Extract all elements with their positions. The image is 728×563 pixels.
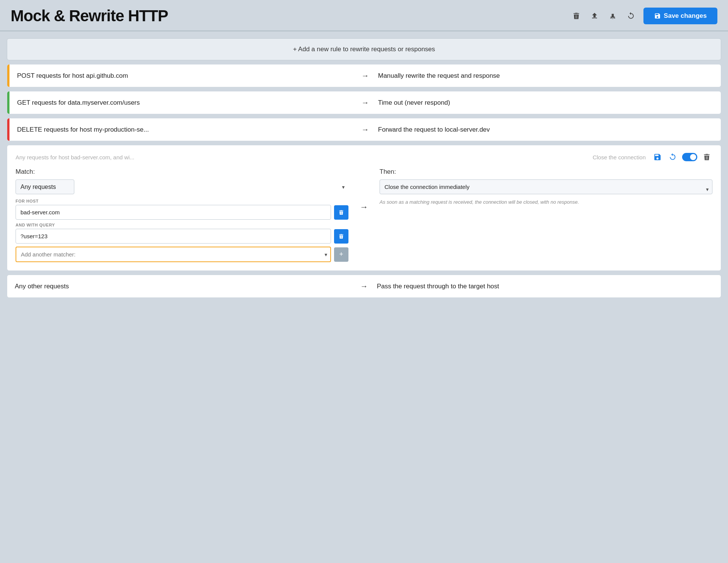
rule-match-text-1: POST requests for host api.github.com	[17, 72, 352, 80]
and-query-label: AND WITH QUERY	[16, 223, 348, 227]
then-action-select[interactable]: Close the connection immediately Time ou…	[380, 179, 712, 194]
reset-button[interactable]	[625, 10, 637, 22]
save-icon	[654, 13, 661, 19]
rule-card-body: Match: Any requests GET requests POST re…	[16, 168, 712, 262]
reset-rule-icon	[668, 153, 677, 161]
rule-card-header-actions	[652, 152, 712, 162]
download-icon	[609, 12, 617, 20]
rule-card-summary: Any requests for host bad-server.com, an…	[16, 154, 134, 160]
rule-match-text-3: DELETE requests for host my-production-s…	[17, 126, 352, 134]
add-rule-button[interactable]: + Add a new rule to rewrite requests or …	[7, 38, 721, 60]
last-rule-match-text: Any other requests	[15, 283, 351, 290]
rule-row-content-1: POST requests for host api.github.com → …	[9, 64, 721, 87]
rule-reset-button[interactable]	[667, 152, 678, 162]
then-label: Then:	[380, 168, 712, 176]
last-rule-action-text: Pass the request through to the target h…	[377, 283, 713, 290]
import-button[interactable]	[607, 10, 618, 22]
rule-delete-button[interactable]	[701, 152, 712, 162]
for-host-input[interactable]	[16, 205, 331, 220]
rule-card-then-section: Then: Close the connection immediately T…	[380, 168, 712, 262]
delete-host-icon	[338, 209, 344, 215]
rule-match-text-2: GET requests for data.myserver.com/users	[17, 99, 352, 107]
add-matcher-button[interactable]: +	[334, 247, 348, 262]
last-rule-row[interactable]: Any other requests → Pass the request th…	[7, 275, 721, 298]
rule-row-content-3: DELETE requests for host my-production-s…	[9, 118, 721, 141]
for-host-row	[16, 205, 348, 220]
rule-card-header: Any requests for host bad-server.com, an…	[16, 152, 712, 162]
rule-arrow-2: →	[361, 98, 369, 107]
reset-icon	[627, 12, 635, 20]
last-rule-arrow: →	[360, 282, 368, 291]
expanded-rule-card: Any requests for host bad-server.com, an…	[7, 145, 721, 271]
add-matcher-select[interactable]: Add another matcher: For URL path With h…	[16, 247, 331, 262]
page-title: Mock & Rewrite HTTP	[11, 7, 168, 25]
delete-rule-icon	[703, 153, 711, 161]
rule-card-action-summary: Close the connection	[593, 154, 646, 160]
rule-action-text-1: Manually rewrite the request and respons…	[378, 72, 713, 80]
header: Mock & Rewrite HTTP Save change	[0, 0, 728, 30]
upload-icon	[590, 12, 599, 20]
rule-card-center-arrow: →	[360, 168, 368, 262]
delete-query-icon	[338, 233, 344, 239]
match-type-select[interactable]: Any requests GET requests POST requests …	[16, 179, 74, 194]
rule-row-3[interactable]: DELETE requests for host my-production-s…	[7, 118, 721, 141]
add-matcher-row: Add another matcher: For URL path With h…	[16, 247, 348, 262]
save-rule-icon	[653, 153, 662, 161]
rule-row-2[interactable]: GET requests for data.myserver.com/users…	[7, 91, 721, 114]
and-query-input[interactable]	[16, 229, 331, 244]
rule-card-match-section: Match: Any requests GET requests POST re…	[16, 168, 348, 262]
rule-arrow-1: →	[361, 71, 369, 80]
main-content: + Add a new rule to rewrite requests or …	[0, 31, 728, 305]
match-type-select-wrapper: Any requests GET requests POST requests …	[16, 179, 348, 194]
then-description: As soon as a matching request is receive…	[380, 199, 712, 206]
rule-arrow-3: →	[361, 125, 369, 134]
then-select-wrapper: Close the connection immediately Time ou…	[380, 179, 712, 199]
header-actions: Save changes	[571, 8, 717, 24]
match-label: Match:	[16, 168, 348, 176]
rule-save-button[interactable]	[652, 152, 663, 162]
trash-icon	[572, 12, 581, 20]
rule-action-text-2: Time out (never respond)	[378, 99, 713, 107]
for-host-label: FOR HOST	[16, 199, 348, 203]
and-query-row	[16, 229, 348, 244]
add-matcher-select-wrapper: Add another matcher: For URL path With h…	[16, 247, 331, 262]
rule-row-1[interactable]: POST requests for host api.github.com → …	[7, 64, 721, 87]
delete-query-button[interactable]	[334, 229, 348, 244]
save-changes-button[interactable]: Save changes	[643, 8, 717, 24]
match-select-row: Any requests GET requests POST requests …	[16, 179, 348, 194]
rule-action-text-3: Forward the request to local-server.dev	[378, 126, 713, 134]
export-button[interactable]	[589, 10, 600, 22]
delete-host-button[interactable]	[334, 205, 348, 220]
delete-all-button[interactable]	[571, 10, 582, 22]
rule-row-content-2: GET requests for data.myserver.com/users…	[9, 91, 721, 114]
rule-toggle-button[interactable]	[682, 153, 697, 161]
